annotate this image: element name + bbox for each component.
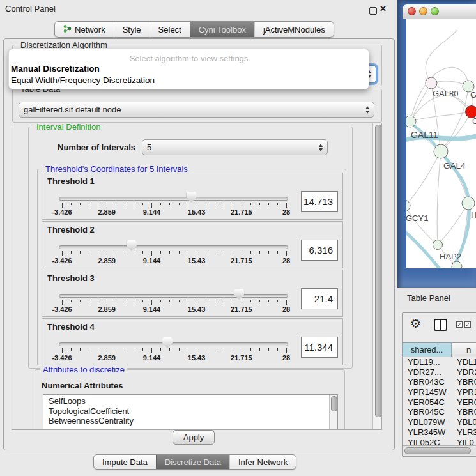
minor-tick — [179, 203, 180, 205]
tick-label: 9.144 — [135, 305, 168, 313]
minor-tick — [277, 300, 278, 302]
table-row[interactable]: YLR345WYLR3 — [403, 427, 476, 438]
close-panel-icon[interactable]: ✕ — [380, 4, 387, 13]
tab-select[interactable]: Select — [150, 22, 190, 37]
tick-label: 28 — [270, 208, 303, 216]
apply-button[interactable]: Apply — [173, 430, 215, 445]
table-row[interactable]: YPR145WYPR1 — [403, 387, 476, 397]
settings-scrollbar[interactable] — [372, 123, 381, 429]
interval-definition-title: Interval Definition — [34, 123, 103, 132]
table-row[interactable]: YER054CYER0 — [403, 397, 476, 408]
minor-tick — [259, 251, 260, 254]
threshold-panel-3: Threshold 3-3.4262.8599.14415.4321.71528… — [42, 270, 343, 317]
threshold-panel-2: Threshold 2-3.4262.8599.14415.4321.71528… — [42, 221, 343, 268]
zoom-button[interactable] — [431, 7, 439, 15]
network-node[interactable] — [426, 77, 437, 89]
minor-tick — [134, 203, 134, 205]
minor-tick — [215, 300, 215, 302]
slider-thumb[interactable] — [234, 289, 244, 300]
major-tick — [286, 300, 287, 305]
column-header-name[interactable]: n — [452, 342, 476, 357]
network-node-label: HAP2 — [440, 252, 461, 261]
gear-icon[interactable]: ⚙ — [410, 316, 421, 331]
minor-tick — [215, 251, 215, 254]
bottom-tab-discretize-data[interactable]: Discretize Data — [156, 455, 229, 469]
checkbox-icon[interactable]: ✓ — [464, 321, 471, 328]
slider-thumb[interactable] — [127, 240, 137, 251]
table-row[interactable]: YBR043CYBR0 — [403, 377, 476, 387]
minor-tick — [259, 348, 260, 351]
table-row[interactable]: YDL19...YDL1 — [403, 357, 476, 367]
slider-track[interactable] — [59, 197, 288, 201]
popup-item-manual[interactable]: Manual Discretization — [11, 64, 100, 73]
network-window-titlebar[interactable] — [403, 4, 476, 19]
major-tick — [242, 203, 242, 208]
tab-jactivemnodules[interactable]: jActiveMNodules — [254, 22, 334, 37]
attribute-list-item[interactable]: BetweennessCentrality — [49, 416, 337, 426]
numerical-attributes-list[interactable]: SelfLoopsTopologicalCoefficientBetweenne… — [43, 394, 338, 430]
network-node[interactable] — [434, 144, 448, 158]
minor-tick — [179, 348, 180, 351]
bottom-tab-impute-data[interactable]: Impute Data — [94, 455, 156, 469]
network-canvas[interactable]: GAL80GACGAL11GAL4GCY1HHAP2 — [406, 19, 476, 268]
close-button[interactable] — [408, 7, 416, 15]
interval-definition-group: Interval Definition Number of Intervals … — [28, 127, 353, 369]
network-node-label: GAL80 — [433, 89, 458, 98]
threshold-value-field[interactable]: 6.316 — [301, 240, 338, 261]
tab-style[interactable]: Style — [114, 22, 150, 37]
threshold-value-field[interactable]: 21.4 — [301, 288, 338, 309]
table-data-combo[interactable]: galFiltered.sif default node — [19, 102, 374, 118]
slider-thumb[interactable] — [162, 337, 173, 348]
slider-track[interactable] — [59, 245, 288, 249]
table-row[interactable]: YDR27...YDR2 — [403, 367, 476, 378]
minimize-button[interactable] — [419, 7, 427, 15]
tab-network[interactable]: Network — [55, 22, 114, 37]
cell-name: YER0 — [457, 397, 476, 408]
major-tick — [242, 251, 242, 256]
slider-thumb[interactable] — [187, 192, 197, 203]
float-window-icon[interactable] — [369, 7, 377, 15]
cell-shared-name: YPR145W — [408, 387, 447, 397]
attribute-list-item[interactable]: TopologicalCoefficient — [49, 406, 337, 417]
control-panel-tabs: NetworkStyleSelectCyni ToolboxjActiveMNo… — [54, 21, 334, 38]
minor-tick — [80, 348, 81, 351]
threshold-value-field[interactable]: 11.344 — [301, 337, 338, 358]
num-intervals-combo[interactable]: 5 — [142, 139, 328, 155]
tab-cyni-toolbox[interactable]: Cyni Toolbox — [190, 22, 254, 37]
thresholds-group: Threshold's Coordinates for 5 Intervals … — [37, 169, 346, 365]
minor-tick — [224, 300, 224, 302]
network-window[interactable]: GAL80GACGAL11GAL4GCY1HHAP2 — [397, 0, 476, 288]
tab-label: Network — [75, 25, 105, 35]
tick-label: 21.715 — [225, 354, 258, 362]
table-horizontal-scrollbar[interactable] — [403, 445, 476, 455]
network-node[interactable] — [462, 197, 475, 210]
attribute-list-item[interactable]: SelfLoops — [49, 396, 337, 406]
threshold-value-field[interactable]: 14.713 — [301, 191, 338, 212]
split-columns-icon[interactable] — [434, 319, 447, 331]
tab-label: Infer Network — [238, 457, 288, 467]
network-node[interactable] — [406, 200, 410, 211]
column-header-shared[interactable]: shared... — [403, 342, 452, 357]
minor-tick — [116, 300, 116, 302]
slider-track[interactable] — [59, 294, 288, 298]
minor-tick — [116, 348, 116, 351]
table-row[interactable]: YBL079WYBL0 — [403, 417, 476, 427]
attributes-list-scrollbar[interactable] — [329, 395, 337, 430]
control-panel-title: Control Panel — [5, 4, 56, 13]
minor-tick — [160, 251, 161, 254]
network-node[interactable] — [452, 261, 462, 268]
slider-track[interactable] — [59, 342, 288, 346]
network-node[interactable] — [406, 116, 416, 127]
tick-label: -3.426 — [45, 257, 79, 265]
bottom-tab-infer-network[interactable]: Infer Network — [229, 455, 296, 469]
checkbox-icon[interactable]: ✓ — [456, 321, 463, 328]
num-intervals-label: Number of Intervals — [58, 142, 135, 152]
table-row[interactable]: YBR045CYBR0 — [403, 407, 476, 417]
table-row[interactable]: YIL052CYIL0 — [403, 438, 476, 446]
combo-arrows-icon — [365, 106, 369, 114]
minor-tick — [233, 251, 233, 254]
popup-item-equal-width[interactable]: Equal Width/Frequency Discretization — [11, 75, 155, 85]
minor-tick — [215, 348, 215, 351]
minor-tick — [215, 203, 215, 205]
network-node[interactable] — [433, 240, 443, 250]
